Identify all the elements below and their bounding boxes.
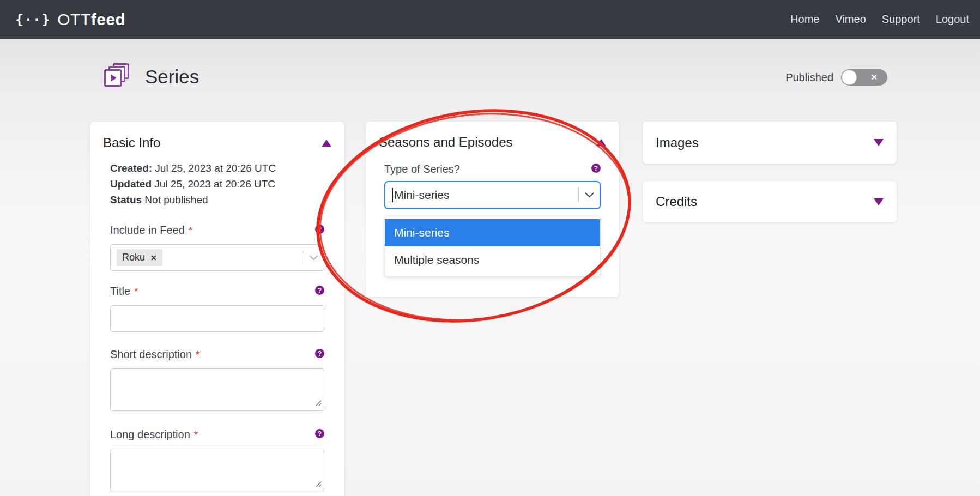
meta-created: Created: Jul 25, 2023 at 20:26 UTC (110, 160, 324, 176)
field-title: Title* ? (110, 285, 324, 332)
required-asterisk: * (196, 349, 199, 360)
field-long-description: Long description* ? (110, 428, 324, 492)
required-asterisk: * (134, 286, 138, 297)
column-basic-info: Basic Info Created: Jul 25, 2023 at 20:2… (90, 122, 344, 496)
title-label: Title* (110, 285, 138, 298)
required-asterisk: * (194, 429, 198, 440)
help-icon[interactable]: ? (315, 225, 324, 234)
type-of-series-select[interactable]: Mini-series (384, 181, 601, 209)
help-icon[interactable]: ? (315, 429, 324, 438)
help-icon[interactable]: ? (315, 286, 324, 295)
basic-info-title: Basic Info (103, 135, 160, 150)
nav-link-support[interactable]: Support (882, 13, 920, 26)
seasons-title: Seasons and Episodes (379, 135, 513, 150)
meta-updated: Updated Jul 25, 2023 at 20:26 UTC (110, 176, 324, 192)
nav-links: Home Vimeo Support Logout (790, 13, 969, 26)
expand-down-icon[interactable] (874, 198, 884, 205)
long-description-label: Long description* (110, 428, 198, 441)
images-header[interactable]: Images (656, 135, 884, 150)
chip-remove-icon[interactable]: ✕ (150, 253, 157, 262)
field-include-in-feed: Include in Feed* ? Roku ✕ (110, 224, 324, 271)
ottfeed-logo[interactable]: {··} OTTfeed (15, 10, 125, 29)
series-collection-icon (104, 63, 129, 90)
short-description-label: Short description* (110, 348, 199, 361)
page-header: Series (104, 63, 199, 90)
include-in-feed-label: Include in Feed* (110, 224, 192, 237)
logo-wordmark: OTTfeed (57, 10, 125, 29)
long-description-label-row: Long description* ? (110, 428, 324, 440)
credits-title: Credits (656, 194, 697, 209)
toggle-knob[interactable] (842, 70, 857, 85)
expand-down-icon[interactable] (874, 139, 884, 146)
long-description-textarea[interactable] (110, 449, 324, 492)
credits-header[interactable]: Credits (656, 194, 884, 209)
published-label: Published (785, 71, 833, 84)
chevron-down-icon[interactable] (303, 255, 324, 261)
basic-info-body: Created: Jul 25, 2023 at 20:26 UTC Updat… (103, 160, 331, 492)
field-short-description: Short description* ? (110, 348, 324, 411)
column-right: Images Credits (643, 122, 897, 222)
text-caret (392, 188, 393, 202)
help-icon[interactable]: ? (591, 164, 601, 173)
option-mini-series[interactable]: Mini-series (385, 219, 600, 246)
credits-card[interactable]: Credits (643, 181, 897, 222)
select-value: Mini-series (394, 189, 450, 202)
short-description-textarea[interactable] (110, 368, 324, 411)
title-input[interactable] (110, 305, 324, 332)
nav-link-vimeo[interactable]: Vimeo (835, 13, 866, 26)
include-in-feed-label-row: Include in Feed* ? (110, 224, 324, 236)
logo-braces-icon: {··} (15, 11, 50, 27)
basic-info-card: Basic Info Created: Jul 25, 2023 at 20:2… (90, 122, 344, 496)
series-editor-page: {··} OTTfeed Home Vimeo Support Logout S… (0, 0, 980, 496)
select-dropdown-menu: Mini-series Multiple seasons (384, 216, 601, 277)
collapse-up-icon[interactable] (596, 139, 606, 146)
top-navbar: {··} OTTfeed Home Vimeo Support Logout (0, 0, 980, 39)
seasons-header[interactable]: Seasons and Episodes (379, 135, 606, 150)
title-label-row: Title* ? (110, 285, 324, 297)
resize-handle-icon[interactable] (314, 399, 322, 409)
published-control: Published ✕ (785, 69, 887, 86)
collapse-up-icon[interactable] (322, 140, 331, 147)
type-of-series-label-row: Type of Series? ? (384, 163, 601, 175)
short-description-label-row: Short description* ? (110, 348, 324, 360)
include-in-feed-multiselect[interactable]: Roku ✕ (110, 244, 324, 271)
basic-info-header[interactable]: Basic Info (103, 135, 331, 150)
help-icon[interactable]: ? (315, 349, 324, 358)
images-title: Images (656, 135, 699, 150)
option-multiple-seasons[interactable]: Multiple seasons (385, 246, 600, 274)
feed-chip-roku[interactable]: Roku ✕ (117, 249, 162, 266)
published-toggle[interactable]: ✕ (841, 69, 887, 86)
images-card[interactable]: Images (643, 122, 897, 164)
type-of-series-label: Type of Series? (384, 163, 460, 176)
page-title: Series (145, 66, 199, 88)
required-asterisk: * (189, 225, 192, 236)
seasons-body: Type of Series? ? Mini-series Mini-serie… (379, 163, 606, 277)
resize-handle-icon[interactable] (314, 480, 322, 490)
chip-label: Roku (122, 252, 145, 263)
nav-link-home[interactable]: Home (790, 13, 819, 26)
record-meta: Created: Jul 25, 2023 at 20:26 UTC Updat… (110, 160, 324, 208)
seasons-episodes-card: Seasons and Episodes Type of Series? ? M… (366, 122, 619, 297)
chevron-down-icon[interactable] (579, 192, 600, 198)
toggle-off-x-icon: ✕ (870, 72, 878, 82)
column-seasons: Seasons and Episodes Type of Series? ? M… (366, 122, 619, 297)
meta-status: Status Not published (110, 192, 324, 208)
nav-link-logout[interactable]: Logout (936, 13, 969, 26)
